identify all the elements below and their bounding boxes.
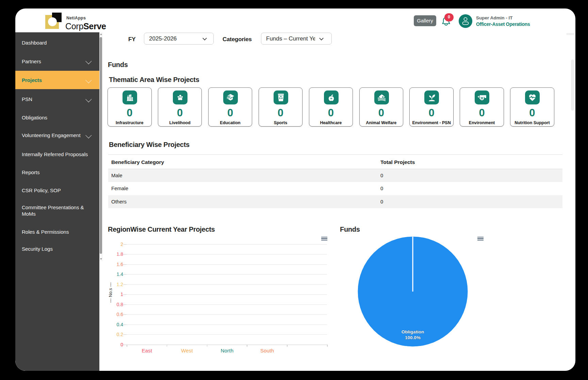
svg-text:100.0%: 100.0% [405,335,421,340]
svg-text:Obligation: Obligation [402,329,424,334]
